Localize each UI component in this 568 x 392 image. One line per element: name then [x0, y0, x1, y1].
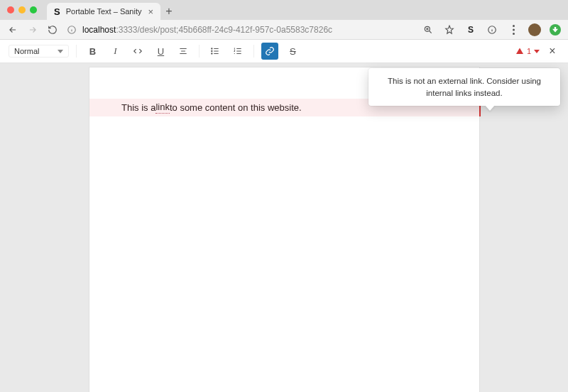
favicon: S [54, 6, 60, 17]
editor-line[interactable]: This is a link to some content on this w… [121, 99, 302, 116]
app-viewport: Normal B I U S 1 × This is a link [0, 40, 568, 392]
extension-download-icon[interactable] [550, 24, 561, 36]
site-info-icon[interactable] [67, 25, 77, 35]
tooltip-text: This is not an external link. Consider u… [388, 77, 541, 97]
close-panel-button[interactable]: × [545, 45, 559, 58]
address-bar: localhost:3333/desk/post;45b668ff-24c9-4… [0, 20, 568, 40]
document-canvas[interactable]: This is a link to some content on this w… [89, 67, 479, 392]
text-segment: This is a [121, 102, 155, 113]
numbered-list-button[interactable] [229, 43, 246, 60]
info-icon[interactable] [486, 23, 498, 36]
close-window-icon[interactable] [7, 6, 14, 13]
svg-point-8 [212, 53, 212, 54]
url-host: localhost [82, 25, 116, 35]
underline-button[interactable]: U [152, 43, 169, 60]
bold-button[interactable]: B [84, 43, 101, 60]
link-button[interactable] [261, 43, 278, 60]
link-text[interactable]: link [155, 102, 170, 114]
chevron-down-icon [534, 50, 540, 53]
zoom-icon[interactable] [422, 23, 435, 36]
maximize-window-icon[interactable] [30, 6, 37, 13]
separator [76, 45, 77, 58]
tab-strip: S Portable Text – Sanity × + [0, 0, 568, 20]
back-button[interactable] [7, 24, 18, 36]
new-tab-button[interactable]: + [160, 3, 178, 20]
validation-count: 1 [527, 47, 531, 55]
block-style-label: Normal [14, 47, 39, 55]
svg-point-6 [212, 48, 212, 49]
text-segment: to some content on this website. [170, 102, 302, 113]
validation-tooltip: This is not an external link. Consider u… [368, 68, 560, 106]
url-field[interactable]: localhost:3333/desk/post;45b668ff-24c9-4… [67, 25, 413, 35]
warning-icon [515, 47, 524, 55]
validation-warning-button[interactable]: 1 [515, 47, 540, 55]
profile-avatar[interactable] [528, 23, 541, 36]
editor-stage: This is a link to some content on this w… [0, 63, 568, 392]
extension-sanity-icon[interactable]: S [464, 23, 477, 36]
svg-point-4 [513, 28, 515, 31]
browser-tab[interactable]: S Portable Text – Sanity × [47, 3, 160, 20]
tab-title: Portable Text – Sanity [66, 7, 143, 16]
url-path: :3333/desk/post;45b668ff-24c9-412f-957c-… [116, 25, 332, 35]
browser-chrome: S Portable Text – Sanity × + localhost:3… [0, 0, 568, 40]
forward-button[interactable] [27, 24, 38, 36]
window-controls[interactable] [7, 0, 37, 20]
chevron-down-icon [58, 50, 63, 53]
editor-toolbar: Normal B I U S 1 × [0, 40, 568, 63]
separator [253, 45, 254, 58]
strikethrough-button[interactable]: S [284, 43, 301, 60]
svg-point-3 [513, 25, 515, 27]
svg-point-7 [212, 50, 212, 51]
minimize-window-icon[interactable] [18, 6, 26, 13]
separator [199, 45, 200, 58]
close-tab-icon[interactable]: × [148, 7, 153, 16]
align-button[interactable] [175, 43, 192, 60]
bullet-list-button[interactable] [207, 43, 224, 60]
reload-button[interactable] [47, 24, 58, 36]
bookmark-icon[interactable] [443, 23, 456, 36]
block-style-select[interactable]: Normal [9, 45, 69, 58]
menu-icon[interactable] [507, 23, 520, 36]
italic-button[interactable]: I [106, 43, 124, 60]
code-button[interactable] [129, 43, 146, 60]
svg-point-5 [513, 33, 515, 35]
